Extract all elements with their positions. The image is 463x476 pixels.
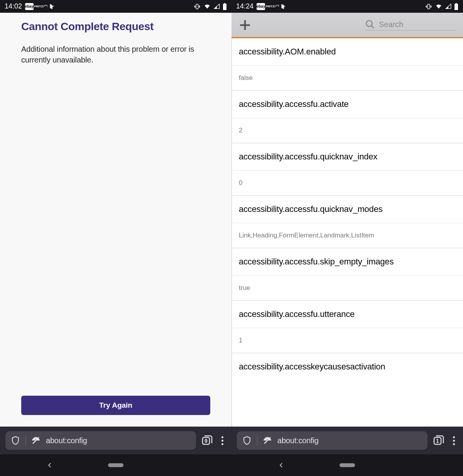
error-page: Cannot Complete Request Additional infor… <box>0 13 231 427</box>
menu-button[interactable] <box>450 436 458 445</box>
url-text: about:config <box>277 436 319 445</box>
add-pref-button[interactable] <box>238 19 252 32</box>
check-notif-icon <box>280 3 288 10</box>
pref-value[interactable]: false <box>232 66 463 91</box>
pref-name[interactable]: accessibility.accesskeycausesactivation <box>232 353 463 380</box>
pref-name[interactable]: accessibility.accessfu.activate <box>232 91 463 118</box>
svg-point-9 <box>366 20 372 26</box>
divider <box>25 435 26 446</box>
ebay-notif-icon: ebay <box>257 3 265 10</box>
cell-signal-icon <box>445 3 452 10</box>
system-nav-bar <box>0 454 231 476</box>
back-icon[interactable] <box>278 462 285 469</box>
wifi-icon <box>203 3 211 10</box>
tab-switcher-button[interactable]: 1 <box>433 435 444 446</box>
tab-count: 1 <box>435 438 440 444</box>
svg-rect-8 <box>456 3 457 4</box>
svg-rect-1 <box>223 3 226 10</box>
config-toolbar <box>231 13 463 38</box>
pref-name[interactable]: accessibility.accessfu.utterance <box>232 301 463 328</box>
url-bar[interactable]: about:config <box>237 431 428 450</box>
ebay-notif-icon: ebay <box>25 3 34 10</box>
phone-right: 14:24 ebay FRITZ!◠ <box>231 0 463 476</box>
pref-list[interactable]: accessibility.AOM.enabled false accessib… <box>231 38 463 427</box>
home-pill[interactable] <box>108 463 123 467</box>
svg-rect-6 <box>428 4 429 9</box>
fritz-notif-icon: FRITZ!◠ <box>268 3 277 10</box>
no-tracking-icon[interactable] <box>263 436 272 445</box>
pref-value[interactable]: 1 <box>232 328 463 353</box>
status-bar: 14:24 ebay FRITZ!◠ <box>231 0 463 13</box>
browser-toolbar: about:config 9 <box>0 427 231 454</box>
pref-value[interactable]: Link,Heading,FormElement,Landmark,ListIt… <box>232 223 463 248</box>
phone-left: 14:02 ebay FRITZ!◠ Cannot Complete Reque… <box>0 0 231 476</box>
config-page: accessibility.AOM.enabled false accessib… <box>231 13 463 427</box>
home-pill[interactable] <box>340 463 355 467</box>
url-bar[interactable]: about:config <box>5 431 196 450</box>
browser-toolbar: about:config 1 <box>231 427 463 454</box>
tab-count: 9 <box>203 438 209 444</box>
shield-icon[interactable] <box>11 436 20 445</box>
try-again-button[interactable]: Try Again <box>21 396 210 415</box>
svg-rect-7 <box>455 3 458 10</box>
pref-name[interactable]: accessibility.accessfu.quicknav_modes <box>232 196 463 223</box>
battery-icon <box>454 3 458 10</box>
vibrate-icon <box>193 3 201 10</box>
check-notif-icon <box>48 3 57 10</box>
wifi-icon <box>435 3 443 10</box>
error-message: Additional information about this proble… <box>21 44 210 65</box>
fritz-notif-icon: FRITZ!◠ <box>37 3 45 10</box>
battery-icon <box>223 3 227 10</box>
status-time: 14:02 <box>5 2 22 10</box>
menu-button[interactable] <box>218 436 226 445</box>
svg-rect-2 <box>224 3 226 4</box>
search-input[interactable] <box>379 20 463 29</box>
divider <box>257 435 257 446</box>
search-icon <box>365 19 375 29</box>
tab-switcher-button[interactable]: 9 <box>201 435 213 446</box>
url-text: about:config <box>46 436 87 445</box>
shield-icon[interactable] <box>242 436 252 445</box>
search-field[interactable] <box>365 19 456 30</box>
pref-name[interactable]: accessibility.accessfu.quicknav_index <box>232 143 463 171</box>
pref-name[interactable]: accessibility.AOM.enabled <box>232 38 463 66</box>
pref-name[interactable]: accessibility.accessfu.skip_empty_images <box>232 248 463 276</box>
vibrate-icon <box>425 3 433 10</box>
system-nav-bar <box>231 454 463 476</box>
error-title: Cannot Complete Request <box>21 20 210 33</box>
svg-rect-0 <box>196 4 198 9</box>
pref-value[interactable]: 0 <box>232 171 463 196</box>
back-icon[interactable] <box>46 462 53 469</box>
cell-signal-icon <box>213 3 220 10</box>
pref-value[interactable]: true <box>232 276 463 301</box>
status-time: 14:24 <box>236 2 253 10</box>
status-bar: 14:02 ebay FRITZ!◠ <box>0 0 231 13</box>
no-tracking-icon[interactable] <box>31 436 41 445</box>
pref-value[interactable]: 2 <box>232 118 463 143</box>
